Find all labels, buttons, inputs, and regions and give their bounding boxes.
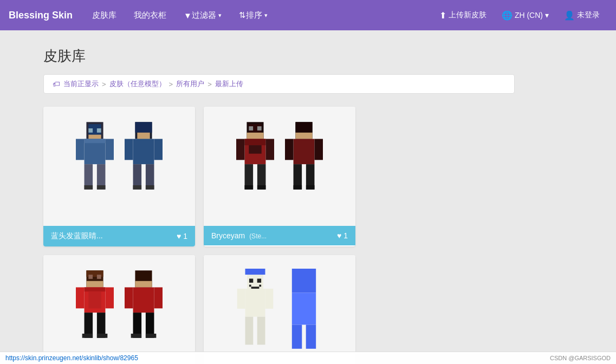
heart-icon-1: ♥ <box>177 232 181 240</box>
svg-rect-83 <box>292 292 316 324</box>
svg-rect-18 <box>154 139 163 160</box>
skin-card-1-preview <box>43 107 195 226</box>
svg-rect-8 <box>105 139 114 160</box>
breadcrumb-sep-3: > <box>208 80 212 88</box>
svg-rect-31 <box>236 139 245 160</box>
breadcrumb-users[interactable]: 所有用户 <box>176 79 204 89</box>
svg-rect-59 <box>82 334 93 338</box>
status-url: https://skin.prinzeugen.net/skinlib/show… <box>5 354 138 362</box>
svg-rect-2 <box>88 128 93 133</box>
skin3-front-svg <box>76 269 114 361</box>
skin2-front-svg <box>236 120 274 212</box>
nav-filter[interactable]: ▼ 过滤器 ▾ <box>175 0 230 30</box>
svg-rect-65 <box>154 287 163 308</box>
svg-rect-71 <box>245 269 265 275</box>
svg-rect-50 <box>97 275 101 279</box>
sort-caret-icon: ▾ <box>264 12 268 19</box>
skin-card-1-footer: 蓝头发蓝眼睛... ♥ 1 <box>43 226 195 246</box>
language-caret-icon: ▾ <box>545 11 549 20</box>
breadcrumb-current[interactable]: 当前正显示 <box>63 79 99 89</box>
csdn-badge: CSDN @GARSISGOD <box>550 355 611 361</box>
brand-logo[interactable]: Blessing Skin <box>9 10 73 21</box>
svg-rect-75 <box>259 285 261 287</box>
skin-2-likes: ♥ 1 <box>337 231 348 240</box>
skin-card-1[interactable]: 蓝头发蓝眼睛... ♥ 1 <box>43 107 195 246</box>
svg-rect-45 <box>294 185 302 190</box>
svg-rect-73 <box>257 278 261 282</box>
svg-rect-6 <box>85 139 106 143</box>
language-button[interactable]: 🌐 ZH (CN) ▾ <box>494 0 556 30</box>
skin3-back-svg <box>125 269 163 361</box>
skin-1-likes: ♥ 1 <box>177 232 187 240</box>
skin-card-2-footer: Bryceyam (Ste... ♥ 1 <box>204 226 355 245</box>
login-button[interactable]: 👤 未登录 <box>556 0 607 30</box>
svg-rect-17 <box>125 139 133 160</box>
svg-rect-49 <box>88 275 93 279</box>
svg-rect-38 <box>295 122 312 132</box>
upload-icon: ⬆ <box>439 10 446 21</box>
status-bar: https://skin.prinzeugen.net/skinlib/show… <box>0 352 616 364</box>
svg-rect-82 <box>292 269 316 292</box>
svg-rect-11 <box>85 185 93 190</box>
nav-items: 皮肤库 我的衣柜 ▼ 过滤器 ▾ ⇅ 排序 ▾ <box>83 0 432 30</box>
breadcrumb-sep-1: > <box>102 80 106 88</box>
main-content: 皮肤库 🏷 当前正显示 > 皮肤（任意模型） > 所有用户 > 最新上传 <box>0 30 616 364</box>
skin-card-4[interactable]: ♥ <box>204 255 355 364</box>
heart-icon-2: ♥ <box>337 231 341 240</box>
skin-card-2-preview <box>204 107 355 226</box>
nav-right: ⬆ 上传新皮肤 🌐 ZH (CN) ▾ 👤 未登录 <box>432 0 607 30</box>
svg-rect-84 <box>292 324 302 348</box>
nav-skin-library[interactable]: 皮肤库 <box>83 0 125 30</box>
skin4-back-svg <box>285 269 323 361</box>
svg-rect-69 <box>146 334 156 338</box>
filter-icon: ▼ <box>184 11 192 20</box>
skin1-back-svg <box>125 120 163 212</box>
svg-rect-22 <box>146 185 154 190</box>
svg-rect-53 <box>85 287 106 291</box>
svg-rect-64 <box>125 287 133 308</box>
nav-sort[interactable]: ⇅ 排序 ▾ <box>230 0 276 30</box>
svg-rect-78 <box>237 289 245 309</box>
svg-rect-29 <box>245 139 266 145</box>
navbar: Blessing Skin 皮肤库 我的衣柜 ▼ 过滤器 ▾ ⇅ 排序 ▾ ⬆ … <box>0 0 616 30</box>
svg-rect-14 <box>135 122 152 132</box>
svg-rect-79 <box>265 289 273 309</box>
skin-grid: 蓝头发蓝眼睛... ♥ 1 <box>43 107 515 364</box>
language-icon: 🌐 <box>502 10 513 21</box>
skin1-front-svg <box>76 120 114 212</box>
svg-rect-36 <box>257 185 266 190</box>
skin-card-3[interactable]: ♥ <box>43 255 195 364</box>
skin-1-name: 蓝头发蓝眼睛... <box>51 231 103 241</box>
svg-rect-27 <box>247 133 263 139</box>
breadcrumb-sep-2: > <box>169 80 173 88</box>
breadcrumb-type[interactable]: 皮肤（任意模型） <box>109 79 166 89</box>
svg-rect-3 <box>97 128 101 133</box>
svg-rect-42 <box>314 139 323 160</box>
skin-card-2[interactable]: Bryceyam (Ste... ♥ 1 <box>204 107 355 246</box>
svg-rect-21 <box>133 185 142 190</box>
svg-rect-12 <box>97 185 106 190</box>
breadcrumb: 🏷 当前正显示 > 皮肤（任意模型） > 所有用户 > 最新上传 <box>43 74 515 94</box>
svg-rect-63 <box>133 287 154 313</box>
svg-rect-72 <box>249 278 253 282</box>
skin4-front-svg <box>236 269 274 361</box>
svg-rect-32 <box>265 139 274 160</box>
svg-rect-68 <box>131 334 141 338</box>
svg-rect-15 <box>137 133 150 139</box>
svg-rect-41 <box>285 139 294 160</box>
skin-2-name: Bryceyam (Ste... <box>211 231 267 240</box>
upload-skin-button[interactable]: ⬆ 上传新皮肤 <box>432 0 494 30</box>
skin2-back-svg <box>285 120 323 212</box>
user-icon: 👤 <box>564 10 575 21</box>
svg-rect-74 <box>249 285 251 287</box>
svg-rect-39 <box>295 133 312 139</box>
svg-rect-7 <box>76 139 85 160</box>
nav-wardrobe[interactable]: 我的衣柜 <box>125 0 175 30</box>
svg-rect-16 <box>133 139 154 164</box>
svg-rect-56 <box>105 287 114 308</box>
breadcrumb-latest[interactable]: 最新上传 <box>215 79 243 89</box>
svg-rect-30 <box>249 145 261 154</box>
svg-rect-4 <box>88 135 101 139</box>
svg-rect-77 <box>245 289 265 317</box>
sort-icon: ⇅ <box>239 10 246 20</box>
